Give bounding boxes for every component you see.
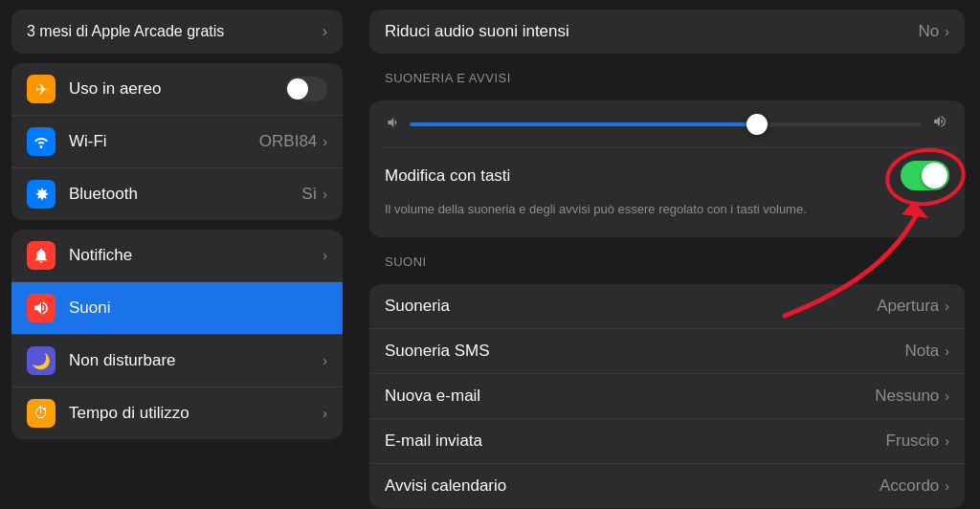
volume-slider-row [385, 114, 949, 134]
sidebar: 3 mesi di Apple Arcade gratis › ✈ Uso in… [0, 0, 354, 509]
tempo-utilizzo-label: Tempo di utilizzo [69, 404, 323, 423]
main-content-wrapper: Riduci audio suoni intensi No › SUONERIA… [354, 0, 980, 509]
suoneria-value: Apertura [877, 297, 939, 316]
avvisi-calendario-item[interactable]: Avvisi calendario Accordo › [369, 464, 965, 508]
airplane-icon: ✈ [27, 75, 56, 103]
arcade-banner-text: 3 mesi di Apple Arcade gratis [27, 23, 224, 40]
nuova-email-item[interactable]: Nuova e-mail Nessuno › [369, 374, 965, 419]
avvisi-calendario-chevron: › [945, 478, 949, 494]
wifi-icon [27, 127, 56, 156]
non-disturbare-icon: 🌙 [27, 346, 56, 375]
toggle-container [901, 161, 949, 190]
suoni-icon [27, 294, 56, 322]
suoni-label: Suoni [69, 299, 327, 318]
sounds-section-header: SUONI [354, 247, 980, 275]
notifiche-chevron: › [323, 248, 327, 263]
volume-slider-fill [410, 122, 757, 126]
suoneria-sms-chevron: › [945, 343, 949, 359]
sidebar-item-tempo-utilizzo[interactable]: ⏱ Tempo di utilizzo › [11, 387, 343, 439]
non-disturbare-label: Non disturbare [69, 351, 323, 370]
bluetooth-icon: ✸ [27, 180, 56, 209]
riduci-audio-item[interactable]: Riduci audio suoni intensi No › [369, 10, 965, 54]
tempo-utilizzo-chevron: › [323, 406, 327, 421]
airplane-toggle[interactable] [285, 77, 327, 101]
volume-section: Modifica con tasti Il volume della suone… [369, 100, 965, 237]
wifi-value: ORBI84 [259, 132, 317, 151]
sidebar-item-suoni[interactable]: Suoni [11, 282, 343, 335]
arcade-banner-chevron: › [323, 23, 327, 40]
email-inviata-item[interactable]: E-mail inviata Fruscio › [369, 419, 965, 464]
volume-high-icon [930, 114, 949, 134]
bluetooth-chevron: › [323, 187, 327, 202]
nuova-email-value: Nessuno [875, 387, 939, 406]
nuova-email-chevron: › [945, 388, 949, 404]
main-settings-group: Notifiche › Suoni 🌙 Non disturbare › ⏱ [11, 230, 343, 439]
wifi-label: Wi-Fi [69, 132, 259, 151]
sounds-group: Suoneria Apertura › Suoneria SMS Nota › … [369, 284, 965, 508]
bluetooth-value: Sì [301, 185, 317, 204]
volume-slider-thumb[interactable] [746, 114, 768, 135]
volume-low-icon [385, 115, 400, 134]
sidebar-item-non-disturbare[interactable]: 🌙 Non disturbare › [11, 335, 343, 387]
tempo-utilizzo-icon: ⏱ [27, 399, 56, 428]
modifica-tasti-row: Modifica con tasti [385, 147, 949, 198]
suoneria-item[interactable]: Suoneria Apertura › [369, 284, 965, 329]
email-inviata-label: E-mail inviata [385, 432, 886, 451]
toggle-knob [922, 163, 947, 188]
top-item-group: Riduci audio suoni intensi No › [369, 10, 965, 54]
riduci-audio-label: Riduci audio suoni intensi [385, 22, 919, 41]
sidebar-item-wifi[interactable]: Wi-Fi ORBI84 › [11, 116, 343, 168]
non-disturbare-chevron: › [323, 353, 327, 368]
suoneria-sms-item[interactable]: Suoneria SMS Nota › [369, 329, 965, 374]
airplane-label: Uso in aereo [69, 79, 285, 99]
wifi-chevron: › [323, 134, 327, 149]
avvisi-calendario-label: Avvisi calendario [385, 476, 880, 496]
suoneria-sms-label: Suoneria SMS [385, 342, 904, 361]
suoneria-sms-value: Nota [904, 342, 939, 361]
suoneria-chevron: › [945, 299, 949, 314]
avvisi-calendario-value: Accordo [880, 476, 939, 496]
modifica-tasti-label: Modifica con tasti [385, 166, 901, 186]
sidebar-item-bluetooth[interactable]: ✸ Bluetooth Sì › [11, 168, 343, 220]
volume-section-header: SUONERIA E AVVISI [354, 63, 980, 91]
bluetooth-label: Bluetooth [69, 185, 301, 204]
arcade-banner[interactable]: 3 mesi di Apple Arcade gratis › [11, 10, 343, 54]
sidebar-item-notifiche[interactable]: Notifiche › [11, 230, 343, 282]
email-inviata-chevron: › [945, 433, 949, 449]
email-inviata-value: Fruscio [886, 432, 940, 451]
suoneria-label: Suoneria [385, 297, 877, 316]
sidebar-item-airplane[interactable]: ✈ Uso in aereo [11, 63, 343, 116]
nuova-email-label: Nuova e-mail [385, 387, 875, 406]
connectivity-group: ✈ Uso in aereo Wi-Fi ORBI84 › ✸ Bluetoot… [11, 63, 343, 220]
riduci-audio-chevron: › [945, 24, 949, 39]
main-content: Riduci audio suoni intensi No › SUONERIA… [354, 0, 980, 509]
notifiche-label: Notifiche [69, 246, 323, 265]
volume-slider-track[interactable] [410, 122, 921, 126]
notifiche-icon [27, 241, 56, 270]
riduci-audio-value: No [919, 22, 940, 41]
modifica-tasti-toggle[interactable] [901, 161, 949, 190]
hint-text: Il volume della suoneria e degli avvisi … [385, 198, 949, 224]
